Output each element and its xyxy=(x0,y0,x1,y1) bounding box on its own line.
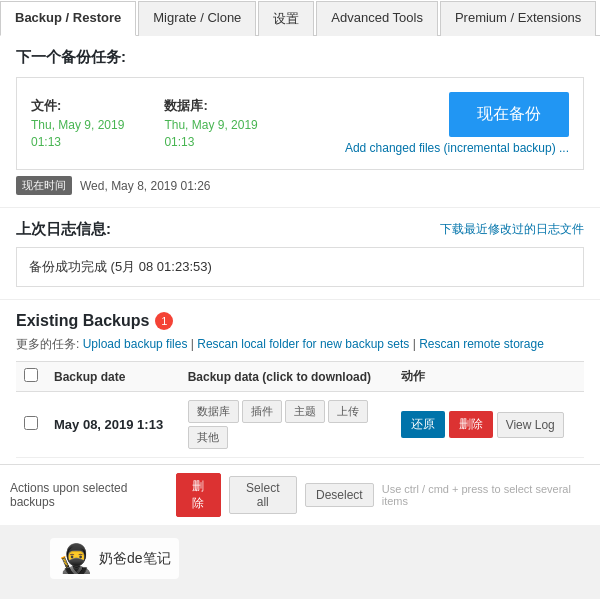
current-time-badge: 现在时间 xyxy=(16,176,72,195)
log-box: 备份成功完成 (5月 08 01:23:53) xyxy=(16,247,584,287)
data-btn-theme[interactable]: 主题 xyxy=(285,400,325,423)
bottom-bar: Actions upon selected backups 删除 Select … xyxy=(0,464,600,525)
data-btn-upload[interactable]: 上传 xyxy=(328,400,368,423)
db-label: 数据库: xyxy=(164,97,257,115)
backup-date-value: May 08, 2019 1:13 xyxy=(54,417,172,432)
data-btn-other[interactable]: 其他 xyxy=(188,426,228,449)
restore-button[interactable]: 还原 xyxy=(401,411,445,438)
rescan-remote-link[interactable]: Rescan remote storage xyxy=(419,337,544,351)
current-time-row: 现在时间 Wed, May 8, 2019 01:26 xyxy=(16,176,584,195)
tab-settings[interactable]: 设置 xyxy=(258,1,314,36)
data-buttons-group: 数据库 插件 主题 上传 xyxy=(188,400,385,423)
select-all-button[interactable]: Select all xyxy=(229,476,297,514)
log-section: 上次日志信息: 下载最近修改过的日志文件 备份成功完成 (5月 08 01:23… xyxy=(0,208,600,300)
shortcut-hint: Use ctrl / cmd + press to select several… xyxy=(382,483,590,507)
th-action: 动作 xyxy=(393,362,584,392)
incremental-backup-link[interactable]: Add changed files (incremental backup) .… xyxy=(345,141,569,155)
row-date-cell: May 08, 2019 1:13 xyxy=(46,392,180,458)
log-header: 上次日志信息: 下载最近修改过的日志文件 xyxy=(16,220,584,239)
select-all-checkbox[interactable] xyxy=(24,368,38,382)
viewlog-button[interactable]: View Log xyxy=(497,412,564,438)
current-time-value: Wed, May 8, 2019 01:26 xyxy=(80,179,211,193)
existing-backups-badge: 1 xyxy=(155,312,173,330)
tab-bar: Backup / Restore Migrate / Clone 设置 Adva… xyxy=(0,0,600,36)
backup-now-button[interactable]: 现在备份 xyxy=(449,92,569,137)
file-date: Thu, May 9, 201901:13 xyxy=(31,117,124,151)
tasks-row: 更多的任务: Upload backup files | Rescan loca… xyxy=(16,336,584,353)
row-checkbox-cell xyxy=(16,392,46,458)
next-backup-box: 文件: Thu, May 9, 201901:13 数据库: Thu, May … xyxy=(16,77,584,170)
backup-table: Backup date Backup data (click to downlo… xyxy=(16,361,584,458)
th-backup-data: Backup data (click to download) xyxy=(180,362,393,392)
table-row: May 08, 2019 1:13 数据库 插件 主题 上传 其他 xyxy=(16,392,584,458)
upload-backup-link[interactable]: Upload backup files xyxy=(83,337,188,351)
row-data-cell: 数据库 插件 主题 上传 其他 xyxy=(180,392,393,458)
th-checkbox xyxy=(16,362,46,392)
tab-premium-extensions[interactable]: Premium / Extensions xyxy=(440,1,596,36)
data-btn-plugin[interactable]: 插件 xyxy=(242,400,282,423)
data-btn-database[interactable]: 数据库 xyxy=(188,400,239,423)
tab-backup-restore[interactable]: Backup / Restore xyxy=(0,1,136,36)
delete-button[interactable]: 删除 xyxy=(449,411,493,438)
tab-migrate-clone[interactable]: Migrate / Clone xyxy=(138,1,256,36)
next-backup-title: 下一个备份任务: xyxy=(16,48,584,67)
next-backup-section: 下一个备份任务: 文件: Thu, May 9, 201901:13 数据库: … xyxy=(0,36,600,208)
log-text: 备份成功完成 (5月 08 01:23:53) xyxy=(29,259,212,274)
row-action-cell: 还原 删除 View Log xyxy=(393,392,584,458)
log-download-link[interactable]: 下载最近修改过的日志文件 xyxy=(440,221,584,238)
existing-backups-header: Existing Backups 1 xyxy=(16,312,584,330)
row-checkbox[interactable] xyxy=(24,416,38,430)
file-label: 文件: xyxy=(31,97,124,115)
existing-backups-title: Existing Backups xyxy=(16,312,149,330)
backup-info-group: 文件: Thu, May 9, 201901:13 数据库: Thu, May … xyxy=(31,97,258,151)
bottom-bar-label: Actions upon selected backups xyxy=(10,481,168,509)
tasks-label: 更多的任务: xyxy=(16,337,79,351)
db-backup-info: 数据库: Thu, May 9, 201901:13 xyxy=(164,97,257,151)
action-buttons-group: 还原 删除 View Log xyxy=(401,411,576,438)
bulk-delete-button[interactable]: 删除 xyxy=(176,473,221,517)
th-backup-date: Backup date xyxy=(46,362,180,392)
main-content: 下一个备份任务: 文件: Thu, May 9, 201901:13 数据库: … xyxy=(0,36,600,525)
data-buttons-group-2: 其他 xyxy=(188,426,385,449)
backup-now-area: 现在备份 Add changed files (incremental back… xyxy=(345,92,569,155)
log-title: 上次日志信息: xyxy=(16,220,111,239)
file-backup-info: 文件: Thu, May 9, 201901:13 xyxy=(31,97,124,151)
db-date: Thu, May 9, 201901:13 xyxy=(164,117,257,151)
deselect-button[interactable]: Deselect xyxy=(305,483,374,507)
rescan-local-link[interactable]: Rescan local folder for new backup sets xyxy=(197,337,409,351)
existing-backups-section: Existing Backups 1 更多的任务: Upload backup … xyxy=(0,300,600,464)
tab-advanced-tools[interactable]: Advanced Tools xyxy=(316,1,438,36)
